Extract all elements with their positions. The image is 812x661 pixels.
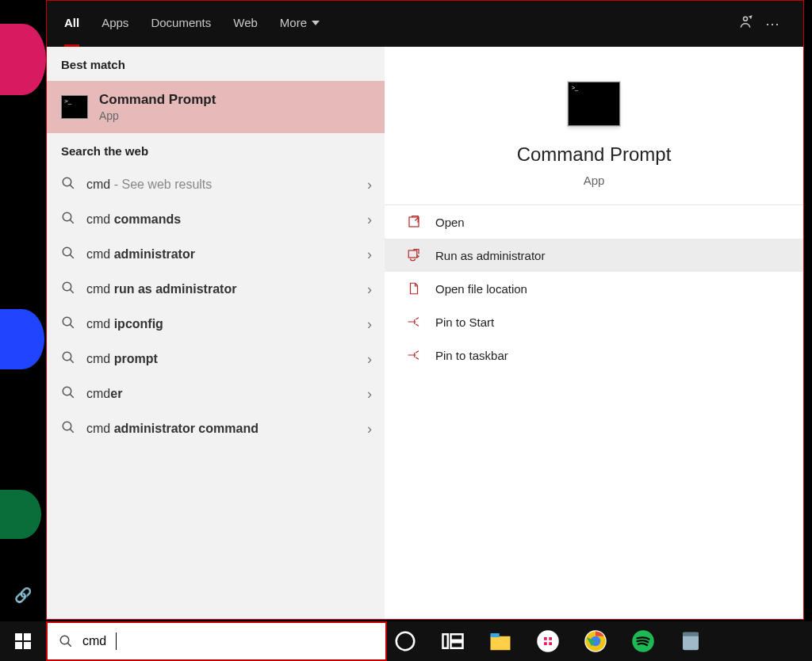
web-result-text: cmd administrator command [86, 422, 259, 436]
svg-point-17 [60, 636, 69, 644]
app-preview: >_ Command Prompt App [385, 47, 803, 205]
tab-documents[interactable]: Documents [151, 1, 211, 47]
svg-rect-7 [451, 642, 463, 648]
action-pin-to-taskbar[interactable]: Pin to taskbar [385, 338, 803, 372]
svg-point-28 [63, 317, 71, 326]
tab-apps[interactable]: Apps [102, 1, 128, 47]
web-result-item[interactable]: cmd ipconfig› [47, 307, 385, 342]
svg-line-25 [70, 254, 74, 258]
search-icon [61, 350, 75, 368]
web-result-item[interactable]: cmd administrator command› [47, 411, 385, 446]
svg-point-10 [537, 630, 559, 652]
tab-web[interactable]: Web [233, 1, 258, 47]
svg-point-24 [63, 247, 71, 256]
action-label: Run as administrator [435, 249, 545, 262]
start-button[interactable] [0, 621, 46, 661]
web-result-item[interactable]: cmd administrator› [47, 237, 385, 272]
svg-point-4 [396, 632, 415, 651]
chevron-right-icon[interactable]: › [367, 177, 372, 193]
web-result-text: cmd ipconfig [86, 317, 163, 331]
results-column: Best match >_ Command Prompt App Search … [47, 47, 385, 619]
feedback-icon[interactable] [732, 14, 759, 34]
search-box[interactable]: cmd [46, 621, 387, 661]
svg-rect-8 [491, 636, 511, 651]
action-open[interactable]: Open [385, 205, 803, 239]
preview-column: >_ Command Prompt App OpenRun as adminis… [385, 47, 803, 619]
taskbar-cortana-icon[interactable] [393, 629, 417, 653]
web-results-list: cmd - See web results›cmd commands›cmd a… [47, 167, 385, 446]
web-result-item[interactable]: cmd - See web results› [47, 167, 385, 202]
search-icon [61, 281, 75, 298]
chevron-right-icon[interactable]: › [367, 316, 372, 333]
svg-point-30 [63, 352, 71, 361]
web-result-item[interactable]: cmder› [47, 376, 385, 411]
svg-rect-0 [15, 633, 22, 640]
search-web-heading: Search the web [47, 133, 385, 167]
search-icon [61, 176, 75, 193]
chevron-right-icon[interactable]: › [367, 281, 372, 298]
svg-line-27 [70, 289, 74, 293]
web-result-text: cmd run as administrator [86, 282, 236, 296]
windows-logo-icon [15, 633, 31, 649]
svg-rect-16 [683, 632, 699, 636]
tab-more[interactable]: More [280, 1, 320, 47]
svg-point-22 [63, 212, 71, 221]
tab-apps-label: Apps [102, 16, 128, 29]
pin-icon [407, 315, 421, 329]
web-result-text: cmd prompt [86, 352, 158, 366]
search-value: cmd [82, 634, 106, 648]
taskbar-notes-icon[interactable] [679, 629, 703, 653]
search-icon [61, 246, 75, 263]
taskbar-spotify-icon[interactable] [631, 629, 655, 653]
svg-line-33 [70, 394, 74, 398]
svg-rect-37 [408, 250, 417, 258]
web-result-item[interactable]: cmd prompt› [47, 342, 385, 376]
svg-rect-5 [443, 634, 448, 648]
desktop-wallpaper-blob-2 [0, 309, 44, 369]
search-icon [61, 211, 75, 228]
desktop-wallpaper-blob-1 [0, 24, 46, 95]
admin-icon [407, 248, 421, 262]
taskbar-slack-icon[interactable] [536, 629, 560, 653]
svg-rect-9 [491, 633, 500, 637]
svg-line-18 [67, 643, 71, 647]
command-prompt-icon: >_ [61, 95, 88, 119]
options-icon[interactable]: ⋯ [759, 15, 786, 32]
search-filter-tabs: All Apps Documents Web More ⋯ [47, 1, 803, 47]
action-label: Pin to taskbar [435, 349, 508, 362]
tab-web-label: Web [233, 16, 258, 29]
taskbar-taskview-icon[interactable] [441, 629, 465, 653]
taskbar-explorer-icon[interactable] [488, 629, 512, 653]
web-result-text: cmd administrator [86, 247, 195, 262]
preview-subtitle: App [385, 174, 803, 187]
best-match-heading: Best match [47, 47, 385, 81]
tab-all[interactable]: All [64, 1, 79, 47]
actions-list: OpenRun as administratorOpen file locati… [385, 205, 803, 372]
tab-all-label: All [64, 16, 79, 29]
search-icon [59, 634, 73, 648]
link-icon: 🔗 [14, 586, 32, 604]
chevron-right-icon[interactable]: › [367, 351, 372, 368]
chevron-right-icon[interactable]: › [367, 421, 372, 437]
svg-rect-3 [24, 642, 31, 649]
svg-point-19 [744, 17, 748, 21]
location-icon [407, 281, 421, 296]
chevron-right-icon[interactable]: › [367, 386, 372, 403]
chevron-right-icon[interactable]: › [367, 212, 372, 228]
web-result-item[interactable]: cmd run as administrator› [47, 272, 385, 307]
chevron-right-icon[interactable]: › [367, 246, 372, 263]
svg-line-29 [70, 324, 74, 328]
action-pin-to-start[interactable]: Pin to Start [385, 305, 803, 338]
desktop-wallpaper-blob-3 [0, 490, 41, 539]
pin-icon [407, 348, 421, 362]
action-open-file-location[interactable]: Open file location [385, 272, 803, 305]
svg-point-32 [63, 387, 71, 395]
svg-point-34 [63, 422, 71, 430]
taskbar-chrome-icon[interactable] [584, 629, 607, 653]
best-match-result[interactable]: >_ Command Prompt App [47, 81, 385, 133]
search-icon [61, 385, 75, 403]
web-result-item[interactable]: cmd commands› [47, 202, 385, 237]
action-run-as-administrator[interactable]: Run as administrator [385, 239, 803, 272]
text-caret [116, 632, 117, 650]
svg-rect-2 [15, 642, 22, 649]
